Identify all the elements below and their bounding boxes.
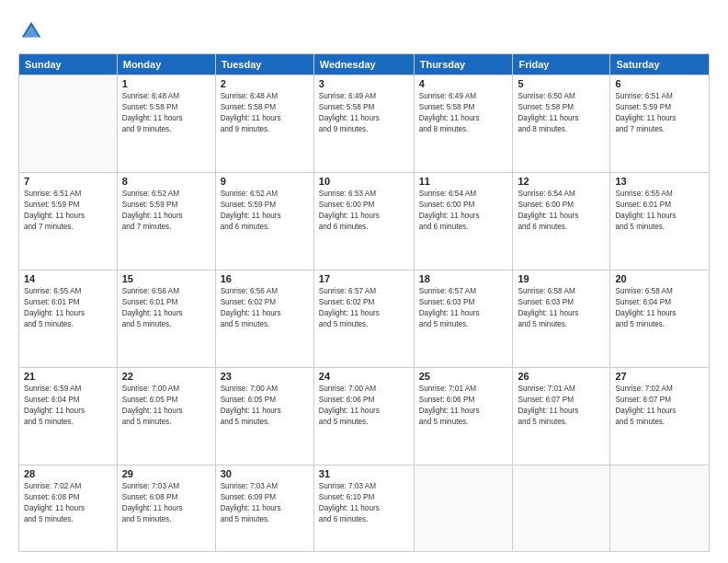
- page: SundayMondayTuesdayWednesdayThursdayFrid…: [0, 0, 728, 563]
- calendar-cell: 4Sunrise: 6:49 AM Sunset: 5:58 PM Daylig…: [414, 75, 513, 173]
- day-info: Sunrise: 6:58 AM Sunset: 6:04 PM Dayligh…: [615, 286, 704, 330]
- day-info: Sunrise: 6:52 AM Sunset: 5:59 PM Dayligh…: [221, 189, 309, 233]
- calendar-cell: 28Sunrise: 7:02 AM Sunset: 6:08 PM Dayli…: [19, 465, 118, 552]
- day-number: 30: [221, 468, 309, 479]
- calendar-cell: [513, 465, 610, 552]
- day-number: 6: [615, 78, 704, 89]
- calendar-cell: 27Sunrise: 7:02 AM Sunset: 6:07 PM Dayli…: [610, 368, 710, 465]
- day-number: 24: [319, 371, 409, 382]
- day-number: 19: [518, 273, 605, 284]
- calendar-body: 1Sunrise: 6:48 AM Sunset: 5:58 PM Daylig…: [19, 75, 710, 552]
- day-info: Sunrise: 6:58 AM Sunset: 6:03 PM Dayligh…: [518, 286, 605, 330]
- calendar-cell: 19Sunrise: 6:58 AM Sunset: 6:03 PM Dayli…: [513, 270, 610, 368]
- day-info: Sunrise: 6:59 AM Sunset: 6:04 PM Dayligh…: [24, 384, 112, 428]
- calendar-cell: 7Sunrise: 6:51 AM Sunset: 5:59 PM Daylig…: [19, 173, 118, 270]
- day-number: 25: [419, 371, 508, 382]
- day-number: 22: [122, 371, 210, 382]
- day-number: 4: [419, 78, 508, 89]
- weekday-header: Saturday: [610, 54, 710, 75]
- day-info: Sunrise: 6:53 AM Sunset: 6:00 PM Dayligh…: [319, 189, 409, 233]
- calendar-week-row: 7Sunrise: 6:51 AM Sunset: 5:59 PM Daylig…: [19, 173, 710, 270]
- logo-icon: [18, 18, 44, 44]
- day-info: Sunrise: 6:51 AM Sunset: 5:59 PM Dayligh…: [24, 189, 112, 233]
- day-info: Sunrise: 6:57 AM Sunset: 6:03 PM Dayligh…: [419, 286, 508, 330]
- day-info: Sunrise: 6:48 AM Sunset: 5:58 PM Dayligh…: [122, 91, 210, 135]
- day-info: Sunrise: 7:02 AM Sunset: 6:07 PM Dayligh…: [615, 384, 704, 428]
- day-info: Sunrise: 6:51 AM Sunset: 5:59 PM Dayligh…: [615, 91, 704, 135]
- day-number: 7: [24, 176, 112, 187]
- day-number: 3: [319, 78, 409, 89]
- day-info: Sunrise: 6:56 AM Sunset: 6:01 PM Dayligh…: [122, 286, 210, 330]
- day-info: Sunrise: 6:54 AM Sunset: 6:00 PM Dayligh…: [419, 189, 508, 233]
- day-number: 27: [615, 371, 704, 382]
- day-number: 15: [122, 273, 210, 284]
- calendar-cell: [414, 465, 513, 552]
- calendar-cell: 12Sunrise: 6:54 AM Sunset: 6:00 PM Dayli…: [513, 173, 610, 270]
- weekday-header: Tuesday: [215, 54, 313, 75]
- calendar-cell: 13Sunrise: 6:55 AM Sunset: 6:01 PM Dayli…: [610, 173, 710, 270]
- calendar-cell: 3Sunrise: 6:49 AM Sunset: 5:58 PM Daylig…: [313, 75, 414, 173]
- calendar-cell: 17Sunrise: 6:57 AM Sunset: 6:02 PM Dayli…: [313, 270, 414, 368]
- day-number: 16: [221, 273, 309, 284]
- weekday-header: Thursday: [414, 54, 513, 75]
- day-info: Sunrise: 7:01 AM Sunset: 6:06 PM Dayligh…: [419, 384, 508, 428]
- calendar-cell: 30Sunrise: 7:03 AM Sunset: 6:09 PM Dayli…: [215, 465, 313, 552]
- day-number: 28: [24, 468, 112, 479]
- calendar-cell: 18Sunrise: 6:57 AM Sunset: 6:03 PM Dayli…: [414, 270, 513, 368]
- day-info: Sunrise: 6:55 AM Sunset: 6:01 PM Dayligh…: [24, 286, 112, 330]
- day-number: 12: [518, 176, 605, 187]
- day-info: Sunrise: 7:03 AM Sunset: 6:10 PM Dayligh…: [319, 481, 409, 525]
- day-number: 13: [615, 176, 704, 187]
- day-number: 20: [615, 273, 704, 284]
- calendar-cell: 29Sunrise: 7:03 AM Sunset: 6:08 PM Dayli…: [117, 465, 215, 552]
- day-info: Sunrise: 7:00 AM Sunset: 6:06 PM Dayligh…: [319, 384, 409, 428]
- calendar-cell: 1Sunrise: 6:48 AM Sunset: 5:58 PM Daylig…: [117, 75, 215, 173]
- weekday-header: Wednesday: [313, 54, 414, 75]
- day-info: Sunrise: 7:01 AM Sunset: 6:07 PM Dayligh…: [518, 384, 605, 428]
- weekday-header: Friday: [513, 54, 610, 75]
- calendar-cell: 11Sunrise: 6:54 AM Sunset: 6:00 PM Dayli…: [414, 173, 513, 270]
- day-number: 5: [518, 78, 605, 89]
- calendar-week-row: 14Sunrise: 6:55 AM Sunset: 6:01 PM Dayli…: [19, 270, 710, 368]
- day-number: 21: [24, 371, 112, 382]
- calendar-cell: 15Sunrise: 6:56 AM Sunset: 6:01 PM Dayli…: [117, 270, 215, 368]
- day-info: Sunrise: 7:02 AM Sunset: 6:08 PM Dayligh…: [24, 481, 112, 525]
- calendar-week-row: 28Sunrise: 7:02 AM Sunset: 6:08 PM Dayli…: [19, 465, 710, 552]
- logo: [18, 18, 48, 44]
- calendar-cell: 20Sunrise: 6:58 AM Sunset: 6:04 PM Dayli…: [610, 270, 710, 368]
- day-info: Sunrise: 6:48 AM Sunset: 5:58 PM Dayligh…: [221, 91, 309, 135]
- day-info: Sunrise: 6:49 AM Sunset: 5:58 PM Dayligh…: [419, 91, 508, 135]
- top-section: [18, 15, 710, 44]
- calendar-cell: 5Sunrise: 6:50 AM Sunset: 5:58 PM Daylig…: [513, 75, 610, 173]
- calendar-cell: 24Sunrise: 7:00 AM Sunset: 6:06 PM Dayli…: [313, 368, 414, 465]
- calendar-week-row: 21Sunrise: 6:59 AM Sunset: 6:04 PM Dayli…: [19, 368, 710, 465]
- day-info: Sunrise: 7:00 AM Sunset: 6:05 PM Dayligh…: [122, 384, 210, 428]
- calendar-cell: 14Sunrise: 6:55 AM Sunset: 6:01 PM Dayli…: [19, 270, 118, 368]
- calendar: SundayMondayTuesdayWednesdayThursdayFrid…: [18, 53, 710, 552]
- day-info: Sunrise: 7:03 AM Sunset: 6:08 PM Dayligh…: [122, 481, 210, 525]
- day-info: Sunrise: 6:49 AM Sunset: 5:58 PM Dayligh…: [319, 91, 409, 135]
- calendar-cell: 10Sunrise: 6:53 AM Sunset: 6:00 PM Dayli…: [313, 173, 414, 270]
- calendar-cell: 23Sunrise: 7:00 AM Sunset: 6:05 PM Dayli…: [215, 368, 313, 465]
- calendar-week-row: 1Sunrise: 6:48 AM Sunset: 5:58 PM Daylig…: [19, 75, 710, 173]
- day-info: Sunrise: 6:50 AM Sunset: 5:58 PM Dayligh…: [518, 91, 605, 135]
- day-info: Sunrise: 6:57 AM Sunset: 6:02 PM Dayligh…: [319, 286, 409, 330]
- calendar-cell: 9Sunrise: 6:52 AM Sunset: 5:59 PM Daylig…: [215, 173, 313, 270]
- day-info: Sunrise: 6:55 AM Sunset: 6:01 PM Dayligh…: [615, 189, 704, 233]
- calendar-cell: 16Sunrise: 6:56 AM Sunset: 6:02 PM Dayli…: [215, 270, 313, 368]
- day-number: 23: [221, 371, 309, 382]
- day-info: Sunrise: 6:56 AM Sunset: 6:02 PM Dayligh…: [221, 286, 309, 330]
- weekday-header: Monday: [117, 54, 215, 75]
- calendar-cell: [610, 465, 710, 552]
- calendar-cell: 22Sunrise: 7:00 AM Sunset: 6:05 PM Dayli…: [117, 368, 215, 465]
- calendar-cell: 8Sunrise: 6:52 AM Sunset: 5:59 PM Daylig…: [117, 173, 215, 270]
- day-number: 1: [122, 78, 210, 89]
- calendar-cell: 26Sunrise: 7:01 AM Sunset: 6:07 PM Dayli…: [513, 368, 610, 465]
- day-info: Sunrise: 6:54 AM Sunset: 6:00 PM Dayligh…: [518, 189, 605, 233]
- day-number: 2: [221, 78, 309, 89]
- day-number: 11: [419, 176, 508, 187]
- calendar-cell: [19, 75, 118, 173]
- day-number: 29: [122, 468, 210, 479]
- calendar-cell: 6Sunrise: 6:51 AM Sunset: 5:59 PM Daylig…: [610, 75, 710, 173]
- day-info: Sunrise: 6:52 AM Sunset: 5:59 PM Dayligh…: [122, 189, 210, 233]
